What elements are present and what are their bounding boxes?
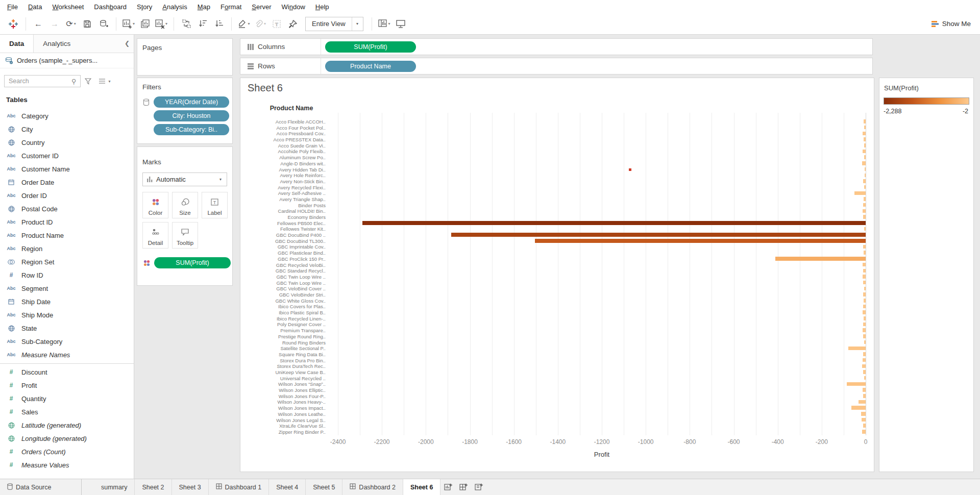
- clear-sheet-button[interactable]: ▾: [155, 16, 168, 32]
- duplicate-sheet-icon[interactable]: [138, 16, 152, 32]
- field-state[interactable]: State: [0, 321, 134, 335]
- bar-mark[interactable]: [863, 269, 866, 273]
- row-label[interactable]: Storex DuraTech Rec..: [243, 363, 326, 369]
- menu-help[interactable]: Help: [310, 1, 334, 13]
- row-label[interactable]: Ibico Covers for Plas..: [243, 304, 326, 309]
- row-label[interactable]: Angle-D Binders wit..: [243, 161, 326, 166]
- search-input[interactable]: [4, 75, 81, 87]
- bar-mark[interactable]: [864, 197, 866, 201]
- field-row-id[interactable]: #Row ID: [0, 268, 134, 282]
- bar-mark[interactable]: [863, 328, 866, 332]
- row-label[interactable]: Prestige Round Ring..: [243, 334, 326, 339]
- field-category[interactable]: AbcCategory: [0, 109, 134, 122]
- row-label[interactable]: Avery Self-Adhesive ..: [243, 190, 326, 196]
- fit-selector[interactable]: Entire View ▾: [305, 17, 363, 31]
- row-label[interactable]: Aluminum Screw Po..: [243, 155, 326, 160]
- bar-mark[interactable]: [863, 215, 866, 219]
- field-segment[interactable]: AbcSegment: [0, 282, 134, 295]
- bar-mark[interactable]: [861, 412, 866, 416]
- pin-icon[interactable]: [286, 16, 300, 32]
- field-postal-code[interactable]: Postal Code: [0, 202, 134, 215]
- bar-mark[interactable]: [864, 143, 866, 147]
- row-label[interactable]: Acco Flexible ACCOH..: [243, 119, 326, 125]
- bar-mark[interactable]: [863, 179, 866, 183]
- row-label[interactable]: Satellite Sectional P..: [243, 345, 326, 351]
- menu-server[interactable]: Server: [247, 1, 276, 13]
- label-button[interactable]: TLabel: [202, 192, 228, 218]
- bar-mark[interactable]: [851, 406, 866, 410]
- swap-axes-icon[interactable]: [180, 16, 193, 32]
- tab-dashboard-2[interactable]: Dashboard 2: [342, 479, 403, 495]
- field-product-name[interactable]: AbcProduct Name: [0, 229, 134, 242]
- tab-sheet-4[interactable]: Sheet 4: [269, 479, 306, 495]
- bar-mark[interactable]: [862, 364, 866, 368]
- bar-mark[interactable]: [864, 299, 866, 303]
- mark-type-selector[interactable]: Automatic ▾: [142, 172, 227, 186]
- bar-mark[interactable]: [864, 155, 866, 159]
- row-label[interactable]: Zipper Ring Binder P..: [243, 429, 326, 435]
- new-story-tab-button[interactable]: [471, 479, 486, 495]
- bar-mark[interactable]: [451, 233, 866, 237]
- bar-mark[interactable]: [863, 334, 866, 338]
- row-label[interactable]: UniKeep View Case B..: [243, 369, 326, 375]
- menu-file[interactable]: File: [2, 1, 23, 13]
- bar-mark[interactable]: [863, 209, 866, 213]
- legend-gradient-ramp[interactable]: [884, 97, 969, 105]
- refresh-data-button[interactable]: ⟳▾: [64, 16, 78, 32]
- pages-shelf[interactable]: Pages: [137, 38, 233, 76]
- bar-mark[interactable]: [864, 119, 866, 123]
- bar-mark[interactable]: [864, 126, 866, 130]
- paperclip-button[interactable]: ▾: [254, 16, 267, 32]
- row-label[interactable]: Poly Designer Cover ..: [243, 321, 326, 327]
- detail-button[interactable]: Detail: [142, 222, 168, 249]
- field-sub-category[interactable]: AbcSub-Category: [0, 335, 134, 348]
- size-button[interactable]: Size: [172, 192, 198, 218]
- tab-analytics[interactable]: Analytics: [34, 35, 134, 53]
- bar-mark[interactable]: [864, 251, 866, 255]
- bar-mark[interactable]: [848, 346, 866, 351]
- show-me-button[interactable]: Show Me: [932, 20, 971, 28]
- filter-pill-year-order-date-[interactable]: YEAR(Order Date): [154, 96, 229, 108]
- bar-mark[interactable]: [863, 424, 866, 428]
- field-quantity[interactable]: #Quantity: [0, 392, 134, 405]
- menu-story[interactable]: Story: [132, 1, 157, 13]
- field-ship-date[interactable]: Ship Date: [0, 295, 134, 308]
- bar-mark[interactable]: [775, 257, 866, 261]
- row-label[interactable]: Binder Posts: [243, 203, 326, 208]
- field-latitude-generated-[interactable]: Latitude (generated): [0, 418, 134, 432]
- sort-ascending-icon[interactable]: [196, 16, 209, 32]
- filter-pill-city-houston[interactable]: City: Houston: [154, 110, 229, 121]
- row-label[interactable]: Wilson Jones “Snap”..: [243, 381, 326, 387]
- field-measure-names[interactable]: AbcMeasure Names: [0, 348, 134, 361]
- row-label[interactable]: Wilson Jones Heavy-..: [243, 399, 326, 405]
- bar-mark[interactable]: [865, 167, 866, 171]
- tab-summary[interactable]: summary: [94, 479, 135, 495]
- bar-mark[interactable]: [862, 161, 866, 165]
- field-customer-id[interactable]: AbcCustomer ID: [0, 149, 134, 162]
- marks-card[interactable]: Marks Automatic ▾ ColorSizeTLabelDetailT…: [137, 146, 233, 286]
- row-label[interactable]: Wilson Jones Four-P..: [243, 393, 326, 399]
- row-label[interactable]: Avery Non-Stick Bin..: [243, 179, 326, 184]
- bar-mark[interactable]: [864, 316, 866, 320]
- bar-mark[interactable]: [864, 376, 866, 380]
- tooltip-button[interactable]: Tooltip: [172, 222, 198, 249]
- columns-pill-sum-profit[interactable]: SUM(Profit): [325, 41, 416, 53]
- row-label[interactable]: Ibico Recycled Linen-..: [243, 316, 326, 321]
- row-label[interactable]: GBC Twin Loop Wire ..: [243, 280, 326, 286]
- bar-mark[interactable]: [863, 263, 866, 267]
- view-options-icon[interactable]: [99, 78, 106, 84]
- field-profit[interactable]: #Profit: [0, 379, 134, 392]
- row-label[interactable]: GBC Recycled VeloBi..: [243, 262, 326, 268]
- field-city[interactable]: City: [0, 122, 134, 136]
- presentation-mode-icon[interactable]: [394, 16, 407, 32]
- row-label[interactable]: Wilson Jones Impact..: [243, 405, 326, 411]
- menu-map[interactable]: Map: [192, 1, 215, 13]
- bar-mark[interactable]: [864, 185, 866, 189]
- row-label[interactable]: Acco Pressboard Cov..: [243, 131, 326, 136]
- marks-pill-sum-profit[interactable]: SUM(Profit): [154, 257, 231, 268]
- bar-mark[interactable]: [863, 370, 866, 374]
- row-label[interactable]: Wilson Jones Elliptic..: [243, 387, 326, 393]
- show-mark-labels-button[interactable]: ▾: [378, 16, 391, 32]
- collapse-pane-icon[interactable]: ❮: [125, 40, 130, 47]
- row-label[interactable]: Fellowes PB500 Elec..: [243, 220, 326, 226]
